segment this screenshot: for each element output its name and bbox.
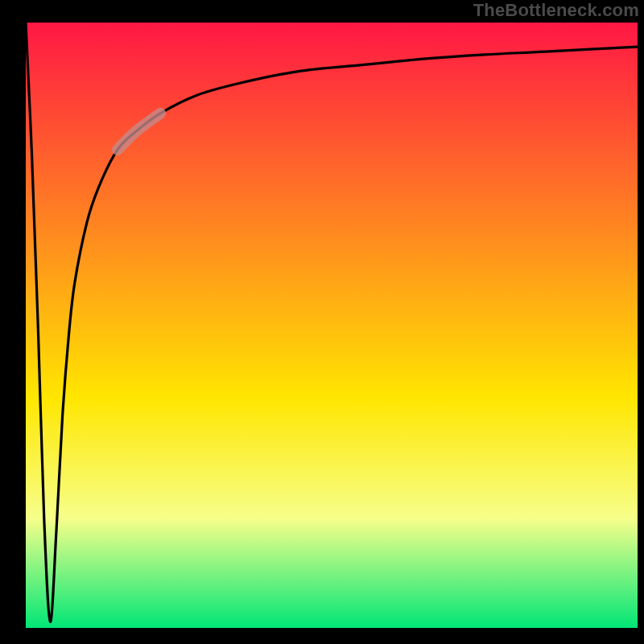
watermark-text: TheBottleneck.com [473, 0, 639, 21]
svg-rect-1 [16, 628, 644, 638]
plot-background [26, 23, 638, 628]
chart-container: TheBottleneck.com [0, 0, 644, 644]
svg-rect-0 [16, 16, 26, 634]
bottleneck-chart [0, 0, 644, 644]
